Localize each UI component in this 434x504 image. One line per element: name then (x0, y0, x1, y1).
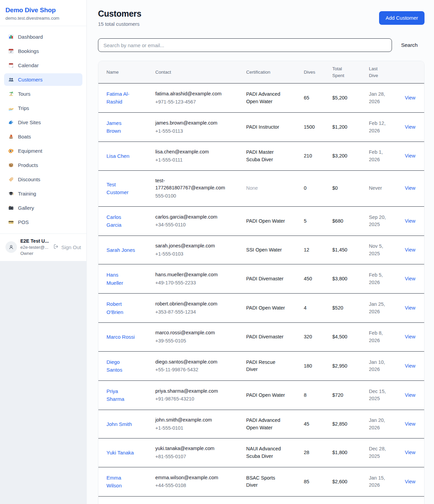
tag-icon (8, 176, 14, 182)
search-input[interactable] (98, 38, 392, 52)
customer-total-spent: $4,500 (327, 323, 363, 352)
package-icon (8, 162, 14, 168)
view-customer-link[interactable]: View (405, 247, 415, 253)
sidebar-item-tours[interactable]: Tours (4, 88, 82, 100)
column-header-actions (399, 61, 424, 83)
camera-icon (8, 205, 14, 211)
customer-last-dive: Dec 28, 2025 (363, 438, 399, 467)
customer-contact-cell: emma.wilson@example.com+44-555-0108 (150, 467, 241, 496)
page-title: Customers (98, 9, 141, 19)
customer-name-link[interactable]: Test Customer (106, 181, 136, 197)
view-customer-link[interactable]: View (405, 392, 415, 398)
customer-name-link[interactable]: Fatima Al-Rashid (106, 90, 136, 106)
sidebar-item-bookings[interactable]: 17Bookings (4, 45, 82, 57)
search-button[interactable]: Search (392, 42, 425, 48)
customer-name-link[interactable]: Sarah Jones (106, 246, 135, 254)
view-customer-link[interactable]: View (405, 334, 415, 339)
table-row: Yuki Tanakayuki.tanaka@example.com+81-55… (98, 438, 424, 467)
sidebar-item-equipment[interactable]: Equipment (4, 145, 82, 157)
sidebar-item-gallery[interactable]: Gallery (4, 202, 82, 214)
customer-actions-cell: View (399, 83, 424, 113)
sidebar-item-trips[interactable]: Trips (4, 102, 82, 114)
customer-phone: +91-98765-43210 (155, 395, 229, 403)
customer-contact-cell: john.smith@example.com+1-555-0101 (150, 410, 241, 438)
customer-email: hans.mueller@example.com (155, 271, 229, 279)
search-row: Search (98, 38, 425, 52)
table-row: Diego Santosdiego.santos@example.com+55-… (98, 351, 424, 380)
sidebar-item-calendar[interactable]: Calendar (4, 59, 82, 72)
svg-text:17: 17 (10, 51, 13, 53)
sidebar-item-label: Gallery (18, 205, 34, 211)
view-customer-link[interactable]: View (405, 218, 415, 224)
view-customer-link[interactable]: View (405, 450, 415, 455)
sidebar-item-dashboard[interactable]: Dashboard (4, 31, 82, 43)
customer-name-cell: Emma Wilson (98, 467, 150, 496)
customer-actions-cell: View (399, 496, 424, 504)
column-header-total-spent: Total Spent (327, 61, 363, 83)
customer-certification: NAUI Advanced Scuba Diver (241, 438, 298, 467)
view-customer-link[interactable]: View (405, 185, 415, 191)
customer-phone: +353-87-555-1234 (155, 309, 229, 316)
customer-contact-cell: sarah.jones@example.com+1-555-0103 (150, 236, 241, 264)
customer-name-link[interactable]: Hans Mueller (106, 271, 136, 287)
customer-email: lisa.chen@example.com (155, 148, 229, 156)
customer-actions-cell: View (399, 410, 424, 438)
view-customer-link[interactable]: View (405, 479, 415, 484)
customer-dives: 95 (298, 496, 327, 504)
page: Demo Dive Shop demo.test.divestreams.com… (0, 0, 434, 504)
customer-actions-cell: View (399, 113, 424, 142)
customer-name-link[interactable]: Robert O'Brien (106, 300, 136, 316)
customer-name-link[interactable]: Lisa Chen (106, 152, 130, 160)
customer-email: diego.santos@example.com (155, 358, 229, 366)
customer-email: marco.rossi@example.com (155, 329, 229, 337)
sidebar-item-boats[interactable]: Boats (4, 130, 82, 143)
view-customer-link[interactable]: View (405, 95, 415, 100)
customer-dives: 8 (298, 380, 327, 410)
customer-name-link[interactable]: Diego Santos (106, 358, 136, 374)
sidebar-item-pos[interactable]: POS (4, 216, 82, 228)
sidebar-item-customers[interactable]: Customers (4, 73, 82, 86)
page-header-text: Customers 15 total customers (98, 9, 141, 27)
view-customer-link[interactable]: View (405, 124, 415, 130)
page-header: Customers 15 total customers Add Custome… (98, 9, 425, 27)
customer-name-cell: Marco Rossi (98, 323, 150, 352)
sign-out-button[interactable]: Sign Out (53, 244, 81, 250)
customer-phone: +1-555-0111 (155, 156, 229, 164)
customer-certification: BSAC Sports Diver (241, 467, 298, 496)
table-row: Fatima Al-Rashidfatima.alrashid@example.… (98, 83, 424, 113)
customer-name-link[interactable]: Carlos Garcia (106, 213, 136, 229)
sidebar-item-discounts[interactable]: Discounts (4, 173, 82, 186)
customer-name-link[interactable]: James Brown (106, 119, 136, 135)
view-customer-link[interactable]: View (405, 421, 415, 427)
customer-dives: 28 (298, 438, 327, 467)
customer-contact-cell: keiko.yamamoto@example.com+81-90-1234-56… (150, 496, 241, 504)
sidebar-item-products[interactable]: Products (4, 159, 82, 171)
view-customer-link[interactable]: View (405, 153, 415, 158)
view-customer-link[interactable]: View (405, 363, 415, 369)
customer-name-link[interactable]: Yuki Tanaka (106, 449, 134, 456)
sidebar-header: Demo Dive Shop demo.test.divestreams.com (0, 0, 86, 26)
sidebar-item-training[interactable]: Training (4, 187, 82, 200)
customer-contact-cell: james.brown@example.com+1-555-0113 (150, 113, 241, 142)
customer-phone: 555-0100 (155, 192, 229, 200)
add-customer-button[interactable]: Add Customer (379, 11, 425, 25)
customer-phone: +49-170-555-2233 (155, 279, 229, 287)
customer-name-link[interactable]: Emma Wilson (106, 474, 136, 490)
table-row: Priya Sharmapriya.sharma@example.com+91-… (98, 380, 424, 410)
customer-actions-cell: View (399, 438, 424, 467)
customer-total-spent: $1,450 (327, 236, 363, 264)
customer-certification: None (241, 170, 298, 206)
user-role: Owner (20, 251, 50, 256)
customer-certification: PADI Open Water (241, 380, 298, 410)
customer-last-dive: Jan 28, 2026 (363, 83, 399, 113)
sidebar-item-dive-sites[interactable]: Dive Sites (4, 116, 82, 129)
view-customer-link[interactable]: View (405, 305, 415, 311)
customer-dives: 0 (298, 170, 327, 206)
customer-name-link[interactable]: Marco Rossi (106, 333, 135, 341)
view-customer-link[interactable]: View (405, 276, 415, 281)
customer-email: test-1772681807767@example.com (155, 177, 229, 192)
customer-email: sarah.jones@example.com (155, 242, 229, 250)
customer-name-link[interactable]: John Smith (106, 420, 132, 428)
customer-name-link[interactable]: Priya Sharma (106, 387, 136, 403)
customer-dives: 180 (298, 351, 327, 380)
